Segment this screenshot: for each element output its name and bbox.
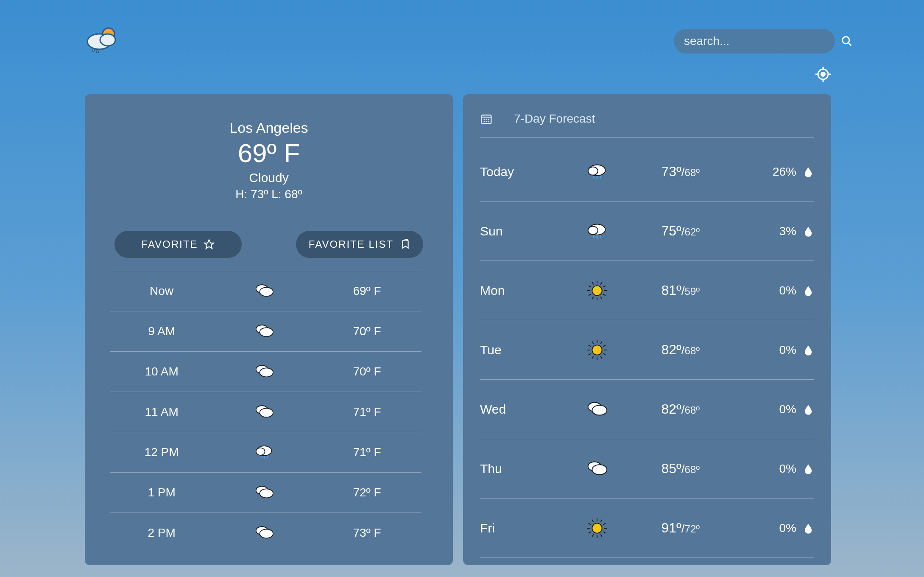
svg-point-15 (260, 287, 274, 296)
daily-high: 91º (662, 520, 681, 535)
daily-weather-icon (564, 159, 631, 185)
hourly-row: 1 PM 72º F (110, 472, 422, 513)
current-temp: 69º F (102, 138, 436, 168)
hourly-forecast-list[interactable]: Now 69º F 9 AM 70º F 10 AM 70º F 11 AM 7… (110, 271, 427, 555)
svg-line-81 (603, 532, 606, 533)
locate-me-button[interactable] (815, 66, 832, 83)
current-condition: Cloudy (102, 171, 436, 185)
daily-day: Wed (480, 402, 564, 417)
daily-forecast-card: 7-Day Forecast Today 73º/68º 26% Sun (463, 94, 831, 565)
daily-precip-value: 0% (779, 284, 796, 297)
svg-line-67 (592, 356, 593, 359)
search-bar[interactable] (674, 29, 835, 53)
hourly-row: 9 AM 70º F (110, 311, 422, 351)
daily-temps: 82º/68º (631, 401, 731, 417)
daily-precip: 0% (731, 462, 814, 476)
daily-precip: 0% (731, 403, 814, 416)
svg-point-37 (486, 121, 487, 122)
svg-line-57 (589, 286, 591, 287)
daily-weather-icon (564, 515, 631, 541)
daily-temps: 91º/72º (631, 520, 731, 536)
droplet-icon (802, 344, 814, 356)
daily-temps: 81º/59º (631, 283, 731, 298)
hourly-row: 11 AM 71º F (110, 392, 422, 432)
svg-point-23 (256, 448, 265, 456)
daily-temps: 85º/68º (631, 461, 731, 476)
svg-line-88 (592, 519, 593, 522)
daily-low: 68º (685, 404, 700, 416)
hourly-temp: 73º F (315, 526, 418, 540)
svg-line-55 (589, 294, 591, 295)
daily-low: 68º (685, 345, 700, 356)
daily-precip: 26% (731, 165, 814, 179)
hourly-temp: 71º F (315, 445, 418, 459)
search-input[interactable] (684, 34, 836, 48)
daily-precip-value: 0% (779, 462, 796, 476)
svg-point-34 (486, 119, 487, 120)
daily-high: 82º (662, 401, 681, 417)
svg-point-35 (488, 119, 489, 120)
svg-point-40 (588, 167, 597, 175)
hourly-time: Now (110, 284, 213, 298)
svg-line-82 (600, 534, 602, 537)
daily-temps: 75º/62º (631, 223, 731, 239)
daily-precip-value: 26% (773, 165, 796, 179)
daily-forecast-list: Today 73º/68º 26% Sun 75º/62º 3% (480, 142, 814, 558)
hourly-temp: 71º F (315, 405, 418, 419)
hourly-weather-icon (213, 481, 315, 504)
svg-point-21 (260, 408, 274, 417)
droplet-icon (802, 166, 814, 178)
daily-low: 68º (685, 167, 700, 178)
svg-line-87 (589, 523, 591, 524)
hourly-weather-icon (213, 319, 315, 343)
daily-precip: 0% (731, 521, 814, 535)
svg-point-17 (260, 328, 274, 336)
daily-day: Thu (480, 462, 564, 476)
daily-row: Today 73º/68º 26% (480, 142, 814, 202)
svg-marker-13 (205, 240, 214, 249)
hourly-time: 9 AM (110, 325, 213, 338)
svg-point-49 (592, 286, 602, 295)
droplet-icon (802, 522, 814, 534)
hourly-weather-icon (213, 360, 315, 384)
daily-precip: 0% (731, 343, 814, 357)
svg-line-64 (603, 353, 606, 355)
search-icon[interactable] (841, 35, 853, 47)
hourly-temp: 69º F (315, 284, 418, 298)
daily-day: Today (480, 165, 564, 179)
daily-row: Wed 82º/68º 0% (480, 380, 814, 439)
daily-high: 85º (662, 461, 681, 476)
svg-line-90 (600, 519, 602, 522)
location-name: Los Angeles (102, 120, 436, 136)
daily-precip: 3% (731, 224, 814, 238)
svg-point-4 (97, 51, 99, 53)
hourly-time: 12 PM (110, 445, 213, 459)
svg-point-76 (592, 405, 607, 415)
app-logo-icon (85, 25, 123, 55)
daily-row: Sun 75º/62º 3% (480, 202, 814, 261)
svg-line-70 (589, 345, 591, 346)
droplet-icon (802, 285, 814, 297)
daily-low: 68º (685, 464, 700, 475)
hourly-time: 1 PM (110, 486, 213, 499)
daily-day: Fri (480, 521, 564, 535)
hourly-row: 12 PM 71º F (110, 432, 422, 472)
svg-line-61 (603, 286, 606, 287)
favorite-list-button[interactable]: FAVORITE LIST (296, 231, 423, 258)
star-icon (204, 239, 215, 250)
daily-weather-icon (564, 218, 631, 244)
daily-precip-value: 0% (779, 343, 796, 357)
daily-precip-value: 0% (779, 521, 796, 535)
daily-forecast-title: 7-Day Forecast (514, 112, 595, 126)
svg-line-52 (600, 297, 602, 299)
droplet-icon (802, 463, 814, 475)
hourly-row: 10 AM 70º F (110, 351, 422, 392)
svg-point-5 (843, 37, 849, 44)
hourly-temp: 70º F (315, 365, 418, 378)
hourly-weather-icon (213, 521, 315, 545)
daily-row: Thu 85º/68º 0% (480, 439, 814, 499)
favorite-button[interactable]: FAVORITE (114, 231, 242, 258)
daily-high: 82º (662, 342, 681, 357)
hourly-row: Now 69º F (110, 271, 422, 311)
daily-temps: 73º/68º (631, 164, 731, 179)
